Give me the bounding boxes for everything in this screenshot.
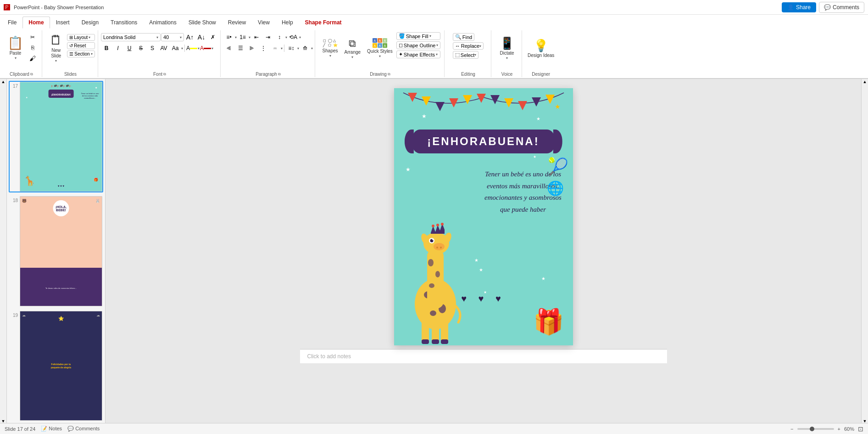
- quick-styles-dropdown-arrow: ▾: [379, 54, 381, 58]
- align-right-button[interactable]: ⫸: [246, 43, 257, 53]
- convert-smartart-button[interactable]: ⟰: [300, 43, 311, 53]
- reset-button[interactable]: ↺ Reset: [67, 42, 95, 49]
- tab-shapeformat[interactable]: Shape Format: [299, 17, 348, 28]
- fit-slide-button[interactable]: ⊡: [858, 425, 863, 433]
- char-spacing-button[interactable]: AV: [158, 43, 169, 53]
- clipboard-expand-icon[interactable]: ⧉: [30, 72, 33, 77]
- slide-thumb-19[interactable]: 19 Felicidades por tupaquete de alegría …: [9, 310, 103, 422]
- svg-point-27: [434, 243, 445, 250]
- scroll-up-button[interactable]: ▲: [0, 79, 6, 85]
- align-text-button[interactable]: ≡↕: [286, 43, 297, 53]
- share-button[interactable]: 👤 Share: [782, 2, 816, 12]
- shapes-button[interactable]: ◻ ◯ △ ╱ ⬠ ⭐ Shapes ▾: [320, 32, 341, 64]
- new-slide-dropdown-arrow: ▾: [55, 59, 57, 63]
- select-button[interactable]: ⬚ Select ▾: [453, 51, 479, 59]
- shapes-label: Shapes: [323, 48, 338, 54]
- line-spacing-dropdown: ▾: [285, 35, 287, 39]
- tab-file[interactable]: File: [2, 17, 22, 28]
- notes-status-button[interactable]: 📝 Notes: [41, 426, 62, 432]
- tab-transitions[interactable]: Transitions: [105, 17, 143, 28]
- qs-icon-6: A: [383, 43, 387, 48]
- tab-design[interactable]: Design: [76, 17, 105, 28]
- zoom-out-button[interactable]: −: [790, 426, 793, 432]
- copy-button[interactable]: ⎘: [27, 43, 38, 53]
- increase-indent-button[interactable]: ⇥: [262, 32, 273, 42]
- replace-label: Replace: [461, 43, 479, 49]
- font-size-selector[interactable]: 40 ▾: [161, 33, 184, 41]
- star-6: ★: [533, 155, 536, 159]
- giraffe-svg: [403, 189, 477, 345]
- highlight-color-button[interactable]: A: [186, 43, 197, 53]
- design-ideas-button[interactable]: 💡 Design Ideas: [525, 32, 557, 64]
- bunting-svg: ★ ★ ★: [394, 88, 573, 125]
- new-slide-button[interactable]: 🗒 NewSlide ▾: [46, 32, 66, 64]
- zoom-level: 60%: [844, 426, 854, 432]
- tab-review[interactable]: Review: [222, 17, 252, 28]
- arrange-icon: ⧉: [349, 38, 356, 50]
- paragraph-expand-icon[interactable]: ⧉: [278, 72, 281, 77]
- shadow-button[interactable]: S: [147, 43, 158, 53]
- slide-thumb-17[interactable]: 17 🏳🏴🏳🏴🏳🏴🏳 ¡ENHORABUENA! 🦒 Tener un bebé: [9, 81, 103, 192]
- right-scroll-up-button[interactable]: ▲: [862, 79, 868, 85]
- banner-shape[interactable]: ¡ENHORABUENA!: [412, 130, 554, 153]
- thumb-gift-17: 🎁: [94, 178, 98, 182]
- cut-button[interactable]: ✂: [27, 32, 38, 42]
- tab-animations[interactable]: Animations: [143, 17, 182, 28]
- align-left-button[interactable]: ⫷: [223, 43, 234, 53]
- svg-point-21: [432, 225, 434, 227]
- thumb-subtext-18: Te deseo miles de momentos felices...: [24, 287, 98, 289]
- comments-button[interactable]: 💬 Comments: [819, 2, 864, 13]
- tab-insert[interactable]: Insert: [50, 17, 76, 28]
- tab-help[interactable]: Help: [276, 17, 299, 28]
- format-painter-button[interactable]: 🖌: [27, 53, 38, 63]
- strikethrough-button[interactable]: S: [135, 43, 146, 53]
- zoom-in-button[interactable]: +: [838, 426, 840, 432]
- bullets-button[interactable]: ≡•: [223, 32, 234, 42]
- layout-button[interactable]: ⊞ Layout ▾: [67, 34, 95, 41]
- status-bar: Slide 17 of 24 📝 Notes 💬 Comments − + 60…: [0, 423, 868, 434]
- font-expand-icon[interactable]: ⧉: [163, 72, 166, 77]
- comments-status-button[interactable]: 💬 Comments: [67, 426, 100, 432]
- right-scrollbar[interactable]: ▲ ▼: [861, 79, 868, 424]
- designer-group: 💡 Design Ideas Designer: [523, 30, 559, 77]
- shape-fill-button[interactable]: 🪣 Shape Fill ▾: [396, 32, 441, 40]
- find-button[interactable]: 🔍 Find: [453, 33, 474, 41]
- change-case-button[interactable]: Aa: [170, 43, 181, 53]
- shape-outline-button[interactable]: ◻ Shape Outline ▾: [396, 41, 441, 49]
- font-color-button[interactable]: A: [200, 43, 211, 53]
- justify-button[interactable]: ⋮: [258, 43, 269, 53]
- drawing-expand-icon[interactable]: ⧉: [388, 72, 390, 77]
- tab-home[interactable]: Home: [22, 17, 50, 28]
- font-name-selector[interactable]: Londrina Solid ▾: [101, 33, 161, 41]
- slide-canvas[interactable]: ★ ★ ★ ¡ENHORABUENA!: [394, 88, 573, 345]
- italic-button[interactable]: I: [112, 43, 123, 53]
- voice-group-label: Voice: [500, 71, 514, 77]
- numbering-button[interactable]: 1≡: [237, 32, 248, 42]
- zoom-slider[interactable]: [797, 428, 834, 430]
- underline-button[interactable]: U: [124, 43, 135, 53]
- text-direction-button[interactable]: ⟲A: [288, 32, 299, 42]
- left-scrollbar[interactable]: ▲ ▼: [0, 79, 7, 424]
- arrange-button[interactable]: ⧉ Arrange ▾: [342, 32, 364, 64]
- decrease-indent-button[interactable]: ⇤: [251, 32, 262, 42]
- align-center-button[interactable]: ☰: [235, 43, 246, 53]
- columns-button[interactable]: ⎓: [269, 43, 280, 53]
- section-button[interactable]: ☰ Section ▾: [67, 51, 95, 57]
- tab-slideshow[interactable]: Slide Show: [183, 17, 222, 28]
- slide-thumb-18[interactable]: 18 ¡HOLA, BEBÉ! Te deseo miles de moment…: [9, 195, 103, 307]
- increase-font-button[interactable]: A↑: [184, 32, 195, 42]
- line-spacing-button[interactable]: ↕: [274, 32, 285, 42]
- clear-format-button[interactable]: ✗: [207, 32, 218, 42]
- tab-view[interactable]: View: [252, 17, 276, 28]
- decrease-font-button[interactable]: A↓: [196, 32, 207, 42]
- bold-button[interactable]: B: [101, 43, 112, 53]
- slide-img-17: 🏳🏴🏳🏴🏳🏴🏳 ¡ENHORABUENA! 🦒 Tener un bebé es…: [20, 82, 102, 192]
- notes-placeholder: Click to add notes: [307, 353, 351, 360]
- replace-button[interactable]: ↔ Replace ▾: [453, 42, 484, 50]
- notes-area[interactable]: Click to add notes: [300, 349, 667, 363]
- quick-styles-button[interactable]: A A A A A A Quick Styles ▾: [364, 32, 395, 64]
- paste-button[interactable]: 📋 Paste ▾: [5, 32, 26, 64]
- thumb-title-17: ¡ENHORABUENA!: [51, 93, 71, 96]
- dictate-button[interactable]: 📱 Dictate ▾: [497, 32, 517, 64]
- shape-effects-button[interactable]: ✦ Shape Effects ▾: [396, 51, 441, 58]
